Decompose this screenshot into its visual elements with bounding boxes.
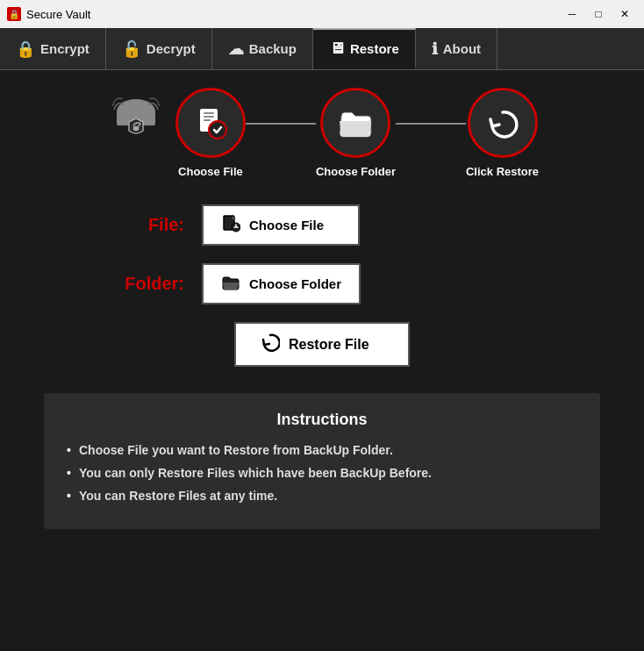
tab-about[interactable]: ℹ About	[416, 28, 497, 69]
choose-folder-button[interactable]: Choose Folder	[202, 263, 361, 304]
restore-file-button[interactable]: Restore File	[234, 322, 410, 367]
restore-icon: 🖥	[329, 39, 345, 58]
step-click-restore-label: Click Restore	[466, 165, 539, 178]
nav-tabs: 🔒 Encrypt 🔓 Decrypt ☁ Backup 🖥 Restore ℹ…	[0, 28, 644, 70]
tab-encrypt-label: Encrypt	[40, 41, 89, 56]
title-bar: 🔒 Secure Vault ─ □ ✕	[0, 0, 644, 28]
app-title: Secure Vault	[26, 8, 90, 21]
svg-rect-8	[204, 119, 211, 121]
encrypt-icon: 🔒	[16, 39, 35, 59]
step-click-restore: Click Restore	[466, 88, 539, 178]
backup-icon: ☁	[228, 39, 244, 59]
step-choose-folder-label: Choose Folder	[316, 165, 396, 178]
tab-decrypt[interactable]: 🔓 Decrypt	[106, 28, 212, 69]
title-bar-controls: ─ □ ✕	[560, 4, 637, 24]
tab-backup-label: Backup	[249, 41, 297, 56]
folder-label: Folder:	[88, 274, 184, 294]
choose-file-icon	[221, 213, 240, 237]
tab-restore-label: Restore	[350, 41, 399, 56]
choose-folder-btn-label: Choose Folder	[249, 276, 341, 291]
restore-row: Restore File	[35, 322, 609, 367]
app-icon: 🔒	[7, 7, 21, 21]
choose-file-btn-label: Choose File	[249, 218, 324, 232]
minimize-button[interactable]: ─	[560, 4, 584, 24]
instruction-item-3: You can Restore Files at any time.	[70, 489, 574, 503]
step-choose-folder-circle	[320, 88, 390, 158]
file-label: File:	[88, 215, 184, 235]
steps-row: Choose File Choose Folder Click Rest	[35, 88, 609, 178]
step-connector-1	[246, 123, 316, 125]
instructions-list: Choose File you want to Restore from Bac…	[70, 443, 574, 503]
tab-encrypt[interactable]: 🔒 Encrypt	[0, 28, 106, 69]
choose-file-button[interactable]: Choose File	[202, 204, 360, 246]
logo-icon	[105, 88, 167, 149]
svg-rect-7	[204, 116, 214, 118]
folder-row: Folder: Choose Folder	[35, 263, 609, 304]
tab-about-label: About	[443, 41, 481, 56]
maximize-button[interactable]: □	[586, 4, 611, 24]
main-content: Choose File Choose Folder Click Rest	[0, 70, 644, 651]
about-icon: ℹ	[432, 39, 438, 59]
tab-restore[interactable]: 🖥 Restore	[313, 28, 416, 69]
instruction-item-1: Choose File you want to Restore from Bac…	[70, 443, 574, 457]
title-bar-left: 🔒 Secure Vault	[7, 7, 90, 21]
logo-area	[105, 88, 167, 149]
restore-file-btn-label: Restore File	[289, 337, 369, 353]
svg-rect-4	[133, 126, 139, 131]
tab-decrypt-label: Decrypt	[147, 41, 196, 56]
step-click-restore-circle	[468, 88, 538, 158]
step-choose-file-circle	[175, 88, 246, 158]
step-connector-2	[396, 123, 466, 125]
step-choose-file-label: Choose File	[178, 165, 243, 178]
file-row: File: Choose File	[35, 204, 609, 246]
choose-folder-icon	[221, 272, 240, 296]
decrypt-icon: 🔓	[122, 39, 141, 59]
tab-backup[interactable]: ☁ Backup	[212, 28, 313, 69]
step-choose-file: Choose File	[175, 88, 246, 178]
instructions-box: Instructions Choose File you want to Res…	[44, 393, 600, 529]
instruction-item-2: You can only Restore Files which have be…	[70, 466, 574, 480]
restore-file-icon	[261, 333, 280, 356]
svg-rect-6	[204, 112, 214, 114]
step-choose-folder: Choose Folder	[316, 88, 396, 178]
instructions-title: Instructions	[70, 411, 574, 429]
close-button[interactable]: ✕	[612, 4, 637, 24]
